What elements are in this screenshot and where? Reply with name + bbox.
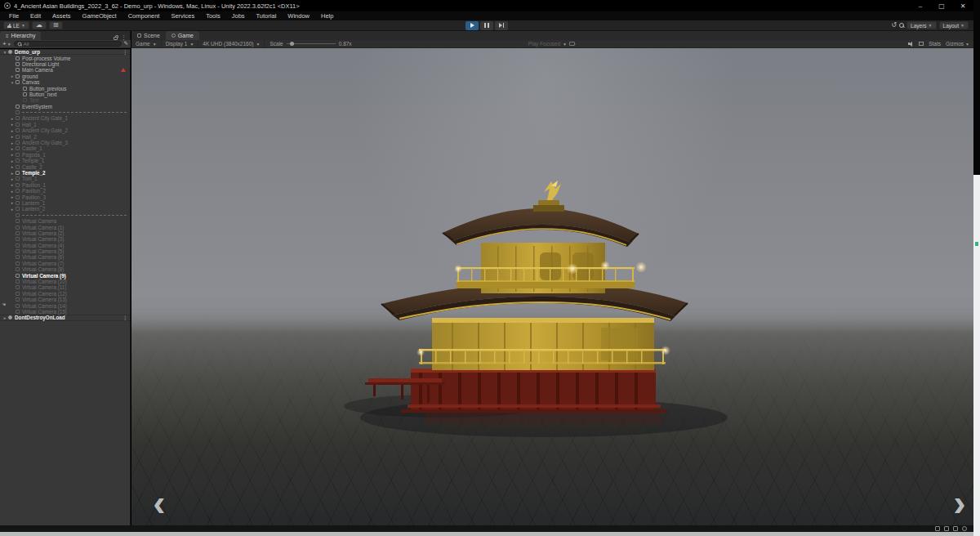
hierarchy-item[interactable]: Virtual Camera (9) xyxy=(0,272,130,278)
tab-hierarchy[interactable]: ≡ Hierarchy xyxy=(0,31,41,40)
hierarchy-item[interactable]: ▸Pagoda_1 xyxy=(0,152,130,158)
expand-arrow-icon[interactable]: ▸ xyxy=(9,134,16,139)
cloud-button[interactable]: ☁ xyxy=(32,21,47,29)
scene-row[interactable]: ▾Demo_urp⋮ xyxy=(0,49,130,55)
menu-item-tools[interactable]: Tools xyxy=(200,12,226,20)
menu-item-jobs[interactable]: Jobs xyxy=(226,12,251,20)
menu-item-edit[interactable]: Edit xyxy=(24,12,47,20)
resolution-dropdown[interactable]: 4K UHD (3840x2160) ▼ xyxy=(198,40,265,47)
expand-arrow-icon[interactable]: ▸ xyxy=(9,189,16,194)
hierarchy-item[interactable]: ▸ground xyxy=(0,74,130,79)
hierarchy-item[interactable]: ▸Temple_2 xyxy=(0,170,130,176)
menu-item-assets[interactable]: Assets xyxy=(47,12,77,20)
hierarchy-search-input[interactable]: All xyxy=(14,41,122,47)
menu-item-help[interactable]: Help xyxy=(315,12,339,20)
menu-item-tutorial[interactable]: Tutorial xyxy=(251,12,283,20)
game-mode-dropdown[interactable]: Game ▼ xyxy=(131,40,162,47)
minimize-button[interactable]: – xyxy=(910,0,931,11)
expand-arrow-icon[interactable]: ▸ xyxy=(9,122,16,127)
hierarchy-item[interactable]: ▸Castle_2 xyxy=(0,163,130,169)
hierarchy-item[interactable]: Virtual Camera (5) xyxy=(0,248,130,254)
display-dropdown[interactable]: Display 1 ▼ xyxy=(162,40,199,47)
maximize-button[interactable]: ▢ xyxy=(931,0,952,11)
expand-arrow-icon[interactable]: ▸ xyxy=(9,128,16,133)
expand-arrow-icon[interactable]: ▸ xyxy=(9,116,16,121)
tab-scene[interactable]: Scene xyxy=(131,31,166,40)
expand-arrow-icon[interactable]: ▾ xyxy=(2,50,8,55)
hierarchy-item[interactable]: ▸Ancient City Gate_2 xyxy=(0,127,130,133)
hierarchy-item[interactable] xyxy=(0,212,130,218)
undo-history-icon[interactable]: ↺ xyxy=(891,22,897,29)
hierarchy-item[interactable]: ▾Canvas xyxy=(0,79,130,85)
hierarchy-item[interactable]: ▸Torii_1 xyxy=(0,176,130,181)
hierarchy-item[interactable]: Button_previous xyxy=(0,85,130,91)
hierarchy-item[interactable]: ▸Pavilion_1 xyxy=(0,182,130,188)
pause-button[interactable] xyxy=(480,21,493,30)
scale-knob[interactable] xyxy=(290,42,294,46)
hierarchy-item[interactable]: Post-process Volume xyxy=(0,55,130,60)
expand-arrow-icon[interactable]: ▸ xyxy=(9,74,16,78)
expand-arrow-icon[interactable]: ▸ xyxy=(9,146,16,151)
hierarchy-item[interactable]: Virtual Camera (8) xyxy=(0,266,130,272)
play-button[interactable] xyxy=(466,21,479,30)
panel-menu-icon[interactable]: ⋮ xyxy=(121,34,127,40)
hierarchy-item[interactable]: Virtual Camera (3) xyxy=(0,236,130,242)
expand-arrow-icon[interactable]: ▸ xyxy=(2,315,8,320)
tab-game[interactable]: Game xyxy=(166,31,199,40)
row-menu-icon[interactable]: ⋮ xyxy=(122,315,127,320)
hierarchy-item[interactable]: Virtual Camera xyxy=(0,218,130,224)
hierarchy-item[interactable]: ▸Lantern_2 xyxy=(0,206,130,212)
hierarchy-item[interactable]: ▸Hall_1 xyxy=(0,122,130,127)
hierarchy-item[interactable]: Virtual Camera (13) xyxy=(0,297,130,302)
button-previous[interactable]: ‹ xyxy=(141,485,177,522)
hierarchy-item[interactable]: Virtual Camera (15) xyxy=(0,309,130,315)
hierarchy-item[interactable]: Virtual Camera (4) xyxy=(0,243,130,248)
hierarchy-item[interactable]: Virtual Camera (2) xyxy=(0,230,130,236)
close-button[interactable]: ✕ xyxy=(952,0,973,11)
menu-item-window[interactable]: Window xyxy=(282,12,315,20)
layout-dropdown[interactable]: Layout ▼ xyxy=(939,21,969,29)
vsync-icon[interactable] xyxy=(919,42,924,46)
grid-button[interactable]: ⊞ xyxy=(49,21,63,29)
play-focused-dropdown[interactable]: Play Focused ▼ xyxy=(528,41,575,47)
hierarchy-item[interactable]: Text xyxy=(0,97,130,103)
hierarchy-item[interactable]: EventSystem xyxy=(0,104,130,109)
create-object-button[interactable]: + ▼ xyxy=(2,40,11,47)
hierarchy-item[interactable]: Directional Light xyxy=(0,61,130,67)
menu-item-file[interactable]: File xyxy=(3,12,24,20)
expand-arrow-icon[interactable]: ▸ xyxy=(9,164,16,169)
hierarchy-item[interactable]: ▸Hall_2 xyxy=(0,133,130,139)
hierarchy-item[interactable]: Virtual Camera (1) xyxy=(0,224,130,230)
hierarchy-item[interactable]: ▸Ancient City Gate_1 xyxy=(0,115,130,121)
menu-item-services[interactable]: Services xyxy=(165,12,200,20)
hierarchy-item[interactable]: ▸Castle_1 xyxy=(0,145,130,151)
hierarchy-item[interactable]: Button_next xyxy=(0,92,130,97)
account-button[interactable]: LE ▼ xyxy=(3,21,29,29)
scene-row[interactable]: ▸DontDestroyOnLoad⋮ xyxy=(0,315,130,320)
hierarchy-item[interactable]: Virtual Camera (10) xyxy=(0,279,130,284)
status-console-icon[interactable] xyxy=(935,526,940,531)
status-error-icon[interactable] xyxy=(953,526,958,531)
expand-arrow-icon[interactable]: ▸ xyxy=(9,152,16,157)
menu-item-gameobject[interactable]: GameObject xyxy=(77,12,122,20)
hierarchy-item[interactable]: ▸Pavilion_2 xyxy=(0,188,130,194)
hierarchy-item[interactable]: Virtual Camera (7) xyxy=(0,261,130,266)
expand-arrow-icon[interactable]: ▸ xyxy=(9,194,16,199)
gizmos-dropdown[interactable]: Gizmos ▼ xyxy=(946,41,969,47)
expand-arrow-icon[interactable]: ▸ xyxy=(9,171,16,176)
expand-arrow-icon[interactable]: ▾ xyxy=(9,80,16,85)
hierarchy-item[interactable]: Virtual Camera (11) xyxy=(0,284,130,290)
hierarchy-item[interactable]: Virtual Camera (6) xyxy=(0,254,130,260)
button-next[interactable]: › xyxy=(942,485,973,522)
step-button[interactable] xyxy=(495,21,508,30)
hierarchy-item[interactable]: Main Camera xyxy=(0,67,130,73)
hierarchy-item[interactable]: Virtual Camera (12) xyxy=(0,291,130,297)
hierarchy-item[interactable]: ▸Temple_1 xyxy=(0,158,130,163)
expand-arrow-icon[interactable]: ▸ xyxy=(9,200,16,205)
stats-button[interactable]: Stats xyxy=(929,41,941,47)
row-menu-icon[interactable]: ⋮ xyxy=(122,49,127,55)
expand-arrow-icon[interactable]: ▸ xyxy=(9,141,16,145)
edit-icon[interactable]: ✎ xyxy=(124,41,128,47)
menu-item-component[interactable]: Component xyxy=(122,12,166,20)
mute-audio-icon[interactable] xyxy=(908,42,914,47)
